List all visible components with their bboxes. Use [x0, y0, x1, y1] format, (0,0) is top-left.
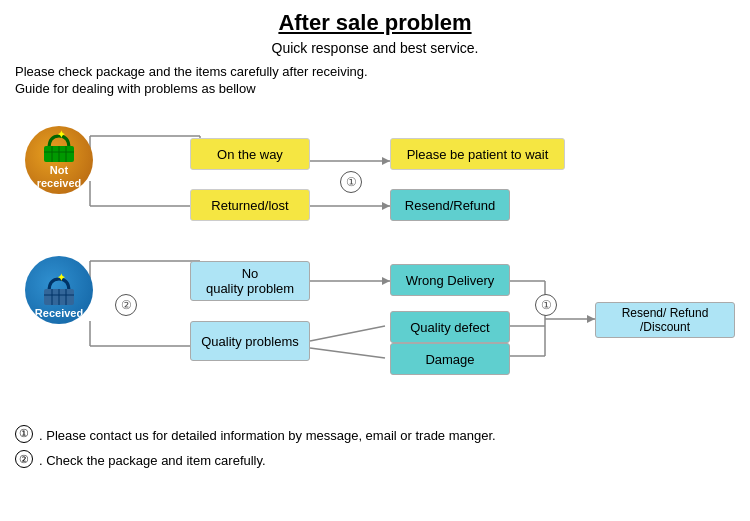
- svg-line-30: [310, 348, 385, 358]
- footnotes: ① . Please contact us for detailed infor…: [15, 424, 735, 473]
- quality-problems-box: Quality problems: [190, 321, 310, 361]
- not-received-icon: ✦ Not received: [25, 126, 93, 194]
- received-label: Received: [25, 307, 93, 324]
- damage-box: Damage: [390, 343, 510, 375]
- circle-num-2: ②: [115, 294, 137, 316]
- resend-refund-box: Resend/Refund: [390, 189, 510, 221]
- circle-num-1-bottom: ①: [535, 294, 557, 316]
- quality-defect-box: Quality defect: [390, 311, 510, 343]
- circle-num-1-top: ①: [340, 171, 362, 193]
- resend-refund-discount-box: Resend/ Refund /Discount: [595, 302, 735, 338]
- wrong-delivery-box: Wrong Delivery: [390, 264, 510, 296]
- svg-text:✦: ✦: [57, 130, 66, 140]
- svg-line-29: [310, 326, 385, 341]
- footnote-2: ② . Check the package and item carefully…: [15, 449, 735, 472]
- svg-marker-28: [587, 315, 595, 323]
- page-title: After sale problem: [15, 10, 735, 36]
- intro-line1: Please check package and the items caref…: [15, 64, 735, 79]
- no-quality-problem-box: No quality problem: [190, 261, 310, 301]
- fn1-text: . Please contact us for detailed informa…: [39, 424, 496, 447]
- not-received-label: Not received: [25, 164, 93, 194]
- returned-lost-box: Returned/lost: [190, 189, 310, 221]
- diagram: ✦ Not received On the way Returned/lost …: [15, 106, 735, 396]
- footnote-1: ① . Please contact us for detailed infor…: [15, 424, 735, 447]
- svg-marker-22: [382, 277, 390, 285]
- fn1-circle: ①: [15, 425, 33, 443]
- fn2-circle: ②: [15, 450, 33, 468]
- diagram-lines: [15, 106, 735, 396]
- intro-line2: Guide for dealing with problems as bello…: [15, 81, 735, 96]
- please-be-patient-box: Please be patient to wait: [390, 138, 565, 170]
- on-the-way-box: On the way: [190, 138, 310, 170]
- subtitle: Quick response and best service.: [15, 40, 735, 56]
- svg-marker-9: [382, 157, 390, 165]
- received-icon: ✦ Received: [25, 256, 93, 324]
- fn2-text: . Check the package and item carefully.: [39, 449, 266, 472]
- svg-marker-11: [382, 202, 390, 210]
- svg-text:✦: ✦: [57, 273, 66, 283]
